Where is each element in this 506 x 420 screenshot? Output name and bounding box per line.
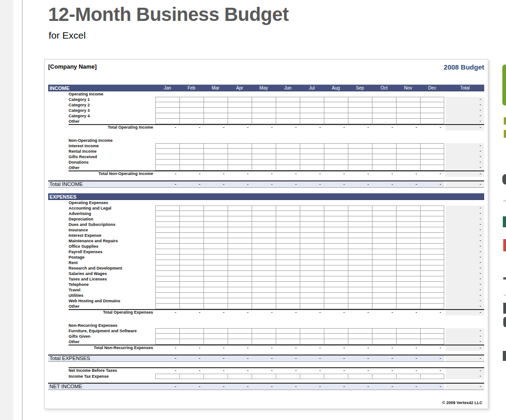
input-cell-nov <box>396 205 420 211</box>
input-cell-dec <box>420 143 444 149</box>
input-cell-sep <box>348 211 372 216</box>
input-cell-jun <box>276 119 300 124</box>
input-cell-oct <box>372 227 396 233</box>
row-total-value: - <box>446 304 484 309</box>
row-category-3: Category 3- <box>48 108 484 113</box>
input-cell-mar <box>203 205 228 211</box>
total-header: Total <box>446 85 484 90</box>
input-cell-jan <box>155 249 179 255</box>
row-total-operating-expenses: Total Operating Expenses------------- <box>48 309 484 315</box>
input-cell-aug <box>324 113 348 119</box>
row-other: Other- <box>48 339 484 345</box>
input-cell-feb <box>179 233 203 238</box>
row-label: Interest Income <box>48 143 155 149</box>
input-cell-mar <box>203 244 228 249</box>
total-value-may: - <box>252 345 276 351</box>
input-cell-feb <box>179 298 203 304</box>
total-value-feb: - <box>179 309 203 315</box>
total-value-feb: - <box>179 124 203 130</box>
row-other: Other- <box>48 119 484 124</box>
row-label: Accounting and Legal <box>48 205 155 211</box>
input-cell-aug <box>324 108 348 113</box>
input-cell-mar <box>203 238 228 244</box>
gray-dash-1 <box>503 200 506 202</box>
page-subtitle: for Excel <box>49 30 86 41</box>
input-cell-aug <box>324 293 348 298</box>
input-cell-jun <box>276 374 300 379</box>
input-cell-dec <box>420 165 444 170</box>
band-value-sep: - <box>348 384 372 390</box>
input-cell-sep <box>348 276 372 282</box>
input-cell-jul <box>300 276 324 282</box>
input-cell-sep <box>348 227 372 233</box>
input-cell-jul <box>300 334 324 339</box>
input-cell-jun <box>276 287 300 293</box>
total-row-label: Total Operating Income <box>48 124 155 130</box>
input-cell-aug <box>324 339 348 345</box>
input-cell-feb <box>179 260 203 265</box>
input-cell-jan <box>155 119 179 124</box>
input-cell-dec <box>420 293 444 298</box>
input-cell-feb <box>179 222 203 227</box>
input-cell-dec <box>420 160 444 165</box>
total-value-jun: - <box>276 309 300 315</box>
input-cell-jul <box>300 154 324 160</box>
input-cell-feb <box>179 271 203 276</box>
input-cell-apr <box>228 154 252 160</box>
input-cell-sep <box>348 334 372 339</box>
input-cell-apr <box>228 244 252 249</box>
input-cell-nov <box>396 154 420 160</box>
olive-bar-1 <box>504 117 506 125</box>
input-cell-jun <box>276 165 300 170</box>
month-header-nov: Nov <box>396 85 420 90</box>
row-total-value: - <box>446 149 484 154</box>
row-category-2: Category 2- <box>48 102 484 108</box>
input-cell-jul <box>300 374 324 379</box>
input-cell-feb <box>179 374 203 379</box>
band-value-jun: - <box>276 384 300 390</box>
budget-spreadsheet-preview[interactable]: [Company Name] 2008 Budget INCOMEJanFebM… <box>44 59 488 409</box>
input-cell-may <box>252 249 276 255</box>
input-cell-sep <box>348 143 372 149</box>
total-value-sep: - <box>348 124 372 130</box>
input-cell-mar <box>203 334 228 339</box>
download-button-partial[interactable] <box>502 65 506 105</box>
row-total-expenses: Total EXPENSES------------- <box>48 355 484 362</box>
input-cell-sep <box>348 244 372 249</box>
row-rent: Rent- <box>48 260 484 265</box>
row-total-value: - <box>446 227 484 233</box>
row-label: Advertising <box>48 211 155 216</box>
band-value-may: - <box>252 384 276 390</box>
input-cell-aug <box>324 334 348 339</box>
input-cell-mar <box>203 211 228 216</box>
band-value-aug: - <box>324 384 348 390</box>
total-value-aug: - <box>324 367 348 374</box>
total-value-aug: - <box>324 170 348 177</box>
input-cell-dec <box>420 113 444 119</box>
input-cell-apr <box>228 165 252 170</box>
dark-circle-partial <box>502 174 506 185</box>
input-cell-oct <box>372 238 396 244</box>
total-value-jun: - <box>276 170 300 177</box>
input-cell-jun <box>276 271 300 276</box>
row-total-value: - <box>446 276 484 282</box>
total-value-feb: - <box>179 170 203 177</box>
input-cell-jun <box>276 328 300 334</box>
input-cell-sep <box>348 298 372 304</box>
input-cell-may <box>252 211 276 216</box>
band-value-mar: - <box>203 355 228 361</box>
input-cell-apr <box>228 216 252 222</box>
input-cell-nov <box>396 244 420 249</box>
input-cell-mar <box>203 271 228 276</box>
input-cell-dec <box>420 238 444 244</box>
total-value-apr: - <box>228 345 252 351</box>
input-cell-sep <box>348 233 372 238</box>
row-total-value: - <box>446 119 484 124</box>
input-cell-apr <box>228 149 252 154</box>
input-cell-nov <box>396 211 420 216</box>
input-cell-nov <box>396 298 420 304</box>
input-cell-feb <box>179 108 203 113</box>
input-cell-dec <box>420 102 444 108</box>
sheet-rows: INCOMEJanFebMarAprMayJunJulAugSepOctNovD… <box>48 85 484 390</box>
total-value-jul: - <box>300 367 324 374</box>
